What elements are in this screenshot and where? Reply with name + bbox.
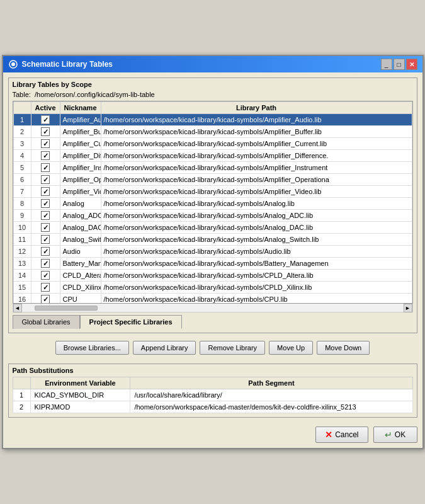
path-segment-cell: /usr/local/share/kicad/library/: [130, 389, 412, 401]
nickname-cell: Amplifier_Video: [60, 186, 101, 198]
path-cell: /home/orson/workspace/kicad-library/kica…: [101, 138, 412, 150]
remove-library-button[interactable]: Remove Library: [200, 341, 265, 355]
ok-icon: ↵: [385, 430, 392, 440]
scroll-left-arrow[interactable]: ◄: [13, 304, 22, 312]
active-cell[interactable]: [31, 234, 60, 246]
path-sub-label: Path Substitutions: [13, 367, 413, 374]
append-library-button[interactable]: Append Library: [133, 341, 196, 355]
horizontal-scrollbar[interactable]: ◄ ►: [13, 304, 413, 312]
active-checkbox[interactable]: [41, 127, 50, 136]
cancel-icon: ✕: [325, 430, 332, 440]
title-bar-left: Schematic Library Tables: [8, 59, 113, 69]
active-cell[interactable]: [31, 210, 60, 222]
table-row[interactable]: 3Amplifier_Current/home/orson/workspace/…: [13, 138, 412, 150]
table-row[interactable]: 1Amplifier_Audio/home/orson/workspace/ki…: [13, 114, 412, 126]
row-number: 14: [13, 270, 31, 282]
active-cell[interactable]: [31, 126, 60, 138]
active-cell[interactable]: [31, 294, 60, 304]
active-cell[interactable]: [31, 282, 60, 294]
move-up-button[interactable]: Move Up: [269, 341, 313, 355]
table-row[interactable]: 6Amplifier_Operational/home/orson/worksp…: [13, 174, 412, 186]
table-row[interactable]: 2Amplifier_Buffer/home/orson/workspace/k…: [13, 126, 412, 138]
path-col-segment: Path Segment: [130, 377, 412, 389]
active-cell[interactable]: [31, 174, 60, 186]
footer-row: ✕ Cancel ↵ OK: [3, 423, 422, 448]
active-checkbox[interactable]: [41, 115, 50, 124]
active-checkbox[interactable]: [41, 199, 50, 208]
table-row[interactable]: 5Amplifier_Instrumentation/home/orson/wo…: [13, 162, 412, 174]
active-cell[interactable]: [31, 198, 60, 210]
cancel-button[interactable]: ✕ Cancel: [315, 427, 368, 443]
path-sub-row-num: 1: [13, 389, 30, 401]
active-cell[interactable]: [31, 258, 60, 270]
path-sub-row-num: 2: [13, 401, 30, 413]
table-row[interactable]: 8Analog/home/orson/workspace/kicad-libra…: [13, 198, 412, 210]
active-checkbox[interactable]: [41, 139, 50, 148]
active-checkbox[interactable]: [41, 211, 50, 220]
maximize-button[interactable]: □: [394, 59, 405, 70]
active-checkbox[interactable]: [41, 223, 50, 232]
active-cell[interactable]: [31, 138, 60, 150]
row-number: 2: [13, 126, 31, 138]
minimize-button[interactable]: _: [381, 59, 392, 70]
scroll-thumb[interactable]: [35, 306, 98, 311]
active-checkbox[interactable]: [41, 247, 50, 256]
window-title: Schematic Library Tables: [22, 60, 113, 69]
table-row[interactable]: 10Analog_DAC/home/orson/workspace/kicad-…: [13, 222, 412, 234]
table-row[interactable]: 14CPLD_Altera/home/orson/workspace/kicad…: [13, 270, 412, 282]
active-cell[interactable]: [31, 270, 60, 282]
table-row[interactable]: 7Amplifier_Video/home/orson/workspace/ki…: [13, 186, 412, 198]
active-cell[interactable]: [31, 162, 60, 174]
library-tables-group: Library Tables by Scope Table: /home/ors…: [8, 77, 417, 333]
table-row[interactable]: 4Amplifier_Difference/home/orson/workspa…: [13, 150, 412, 162]
path-sub-table: Environment Variable Path Segment 1KICAD…: [13, 377, 413, 413]
row-number: 11: [13, 234, 31, 246]
table-path-label: Table:: [13, 91, 31, 98]
scroll-right-arrow[interactable]: ►: [404, 304, 412, 312]
browse-libraries-button[interactable]: Browse Libraries...: [55, 341, 129, 355]
active-checkbox[interactable]: [41, 187, 50, 196]
table-row[interactable]: 9Analog_ADC/home/orson/workspace/kicad-l…: [13, 210, 412, 222]
table-row[interactable]: 15CPLD_Xilinx/home/orson/workspace/kicad…: [13, 282, 412, 294]
row-number: 1: [13, 114, 31, 126]
tab-global-libraries[interactable]: Global Libraries: [13, 315, 80, 329]
active-checkbox[interactable]: [41, 163, 50, 172]
nickname-cell: Analog_ADC: [60, 210, 101, 222]
active-cell[interactable]: [31, 222, 60, 234]
col-header-nickname: Nickname: [60, 102, 101, 114]
active-checkbox[interactable]: [41, 259, 50, 268]
active-cell[interactable]: [31, 150, 60, 162]
active-checkbox[interactable]: [41, 235, 50, 244]
active-checkbox[interactable]: [41, 151, 50, 160]
path-cell: /home/orson/workspace/kicad-library/kica…: [101, 198, 412, 210]
tab-project-libraries[interactable]: Project Specific Libraries: [80, 315, 182, 329]
row-number: 5: [13, 162, 31, 174]
lib-table-container: Active Nickname Library Path 1Amplifier_…: [13, 101, 413, 304]
nickname-cell: Amplifier_Buffer: [60, 126, 101, 138]
table-row[interactable]: 11Analog_Switch/home/orson/workspace/kic…: [13, 234, 412, 246]
active-cell[interactable]: [31, 246, 60, 258]
move-down-button[interactable]: Move Down: [317, 341, 370, 355]
table-row[interactable]: 16CPU/home/orson/workspace/kicad-library…: [13, 294, 412, 304]
active-checkbox[interactable]: [41, 283, 50, 292]
path-cell: /home/orson/workspace/kicad-library/kica…: [101, 162, 412, 174]
lib-table-scroll[interactable]: Active Nickname Library Path 1Amplifier_…: [13, 101, 412, 303]
title-bar: Schematic Library Tables _ □ ✕: [3, 56, 422, 72]
table-row[interactable]: 13Battery_Management/home/orson/workspac…: [13, 258, 412, 270]
close-button[interactable]: ✕: [406, 59, 417, 70]
active-cell[interactable]: [31, 186, 60, 198]
window-body: Library Tables by Scope Table: /home/ors…: [3, 72, 422, 423]
scroll-track[interactable]: [22, 306, 404, 311]
ok-button[interactable]: ↵ OK: [373, 427, 417, 443]
lib-table: Active Nickname Library Path 1Amplifier_…: [13, 101, 412, 303]
nickname-cell: Analog_Switch: [60, 234, 101, 246]
nickname-cell: Battery_Management: [60, 258, 101, 270]
active-checkbox[interactable]: [41, 175, 50, 184]
row-number: 8: [13, 198, 31, 210]
active-checkbox[interactable]: [41, 271, 50, 280]
table-row[interactable]: 12Audio/home/orson/workspace/kicad-libra…: [13, 246, 412, 258]
active-cell[interactable]: [31, 114, 60, 126]
path-cell: /home/orson/workspace/kicad-library/kica…: [101, 174, 412, 186]
active-checkbox[interactable]: [41, 295, 50, 303]
col-header-path: Library Path: [101, 102, 412, 114]
